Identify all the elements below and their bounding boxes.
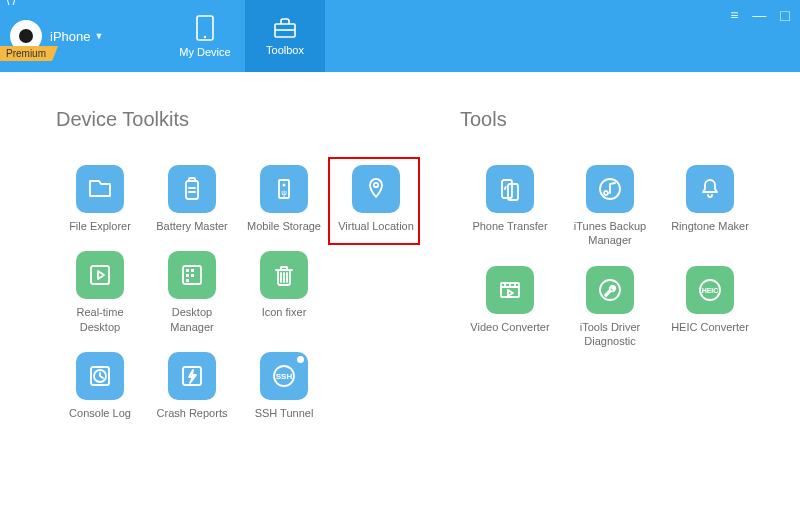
tablet-icon — [194, 14, 216, 42]
bell-icon — [686, 165, 734, 213]
location-pin-icon — [352, 165, 400, 213]
main-content: Device Toolkits File ExplorerBattery Mas… — [0, 72, 800, 420]
tile-label: Virtual Location — [338, 219, 414, 233]
toolkits-grid: File ExplorerBattery MasterψMobile Stora… — [56, 165, 452, 420]
tile-ssh-tunnel[interactable]: SSHSSH Tunnel — [240, 352, 328, 420]
svg-point-11 — [374, 183, 378, 187]
tools-section: Tools Phone TransferiTunes Backup Manage… — [452, 108, 760, 420]
lightning-icon — [168, 352, 216, 400]
device-name: iPhone — [50, 29, 90, 44]
svg-rect-27 — [502, 180, 512, 198]
tile-phone-transfer[interactable]: Phone Transfer — [460, 165, 560, 248]
close-icon[interactable]: □ — [780, 8, 790, 24]
grid-icon — [168, 251, 216, 299]
folder-icon — [76, 165, 124, 213]
device-selector[interactable]: iPhone ▼ — [50, 29, 103, 44]
play-icon — [76, 251, 124, 299]
clock-icon — [76, 352, 124, 400]
tile-crash-reports[interactable]: Crash Reports — [148, 352, 236, 420]
menu-icon[interactable]: ≡ — [730, 8, 738, 24]
usb-icon: ψ — [260, 165, 308, 213]
svg-rect-17 — [191, 274, 194, 277]
tile-label: Console Log — [69, 406, 131, 420]
tile-label: iTools Driver Diagnostic — [562, 320, 658, 349]
tile-file-explorer[interactable]: File Explorer — [56, 165, 144, 233]
svg-rect-18 — [186, 279, 189, 282]
caret-down-icon: ▼ — [94, 31, 103, 41]
tile-battery-master[interactable]: Battery Master — [148, 165, 236, 233]
music-note-icon — [586, 165, 634, 213]
app-header: \ / iPhone ▼ Premium My Device Toolbox ≡… — [0, 0, 800, 72]
tile-label: Real-time Desktop — [58, 305, 142, 334]
tile-label: Video Converter — [470, 320, 549, 334]
tile-itunes-backup[interactable]: iTunes Backup Manager — [560, 165, 660, 248]
tile-label: Desktop Manager — [150, 305, 234, 334]
phone-sync-icon — [486, 165, 534, 213]
svg-point-1 — [204, 36, 206, 38]
tile-label: Phone Transfer — [472, 219, 547, 233]
tile-label: Mobile Storage — [247, 219, 321, 233]
svg-text:HEIC: HEIC — [702, 287, 719, 294]
tab-toolbox[interactable]: Toolbox — [245, 0, 325, 72]
tile-label: Crash Reports — [157, 406, 228, 420]
svg-rect-5 — [189, 178, 195, 181]
svg-rect-4 — [186, 181, 198, 199]
logo-area: \ / iPhone ▼ Premium — [0, 0, 165, 72]
minimize-icon[interactable]: — — [752, 8, 766, 24]
toolbox-icon — [272, 16, 298, 40]
tile-label: Icon fixer — [262, 305, 307, 319]
ssh-icon: SSH — [260, 352, 308, 400]
premium-badge: Premium — [0, 46, 58, 61]
trash-icon — [260, 251, 308, 299]
tile-heic-converter[interactable]: HEICHEIC Converter — [660, 266, 760, 349]
tile-desktop-manager[interactable]: Desktop Manager — [148, 251, 236, 334]
svg-rect-24 — [183, 367, 201, 385]
tile-icon-fixer[interactable]: Icon fixer — [240, 251, 328, 334]
tile-label: iTunes Backup Manager — [562, 219, 658, 248]
battery-icon — [168, 165, 216, 213]
tab-label: My Device — [179, 46, 230, 58]
heic-icon: HEIC — [686, 266, 734, 314]
tile-video-converter[interactable]: Video Converter — [460, 266, 560, 349]
tab-label: Toolbox — [266, 44, 304, 56]
tile-label: HEIC Converter — [671, 320, 749, 334]
svg-text:ψ: ψ — [281, 188, 287, 197]
window-controls: ≡ — □ — [730, 8, 790, 24]
tile-label: Battery Master — [156, 219, 228, 233]
wrench-icon — [586, 266, 634, 314]
tile-mobile-storage[interactable]: ψMobile Storage — [240, 165, 328, 233]
tile-ringtone-maker[interactable]: Ringtone Maker — [660, 165, 760, 248]
svg-text:SSH: SSH — [276, 372, 293, 381]
svg-rect-16 — [186, 274, 189, 277]
tab-my-device[interactable]: My Device — [165, 0, 245, 72]
device-toolkits-section: Device Toolkits File ExplorerBattery Mas… — [56, 108, 452, 420]
film-icon — [486, 266, 534, 314]
logo-ears-decoration: \ / — [6, 0, 16, 8]
svg-rect-14 — [186, 269, 189, 272]
tile-virtual-location[interactable]: Virtual Location — [332, 165, 420, 233]
svg-rect-15 — [191, 269, 194, 272]
tile-console-log[interactable]: Console Log — [56, 352, 144, 420]
svg-point-9 — [283, 184, 284, 185]
tile-realtime-desktop[interactable]: Real-time Desktop — [56, 251, 144, 334]
tile-label: SSH Tunnel — [255, 406, 314, 420]
section-title-toolkits: Device Toolkits — [56, 108, 452, 131]
tile-label: File Explorer — [69, 219, 131, 233]
tile-itools-driver[interactable]: iTools Driver Diagnostic — [560, 266, 660, 349]
section-title-tools: Tools — [460, 108, 760, 131]
tile-label: Ringtone Maker — [671, 219, 749, 233]
tools-grid: Phone TransferiTunes Backup ManagerRingt… — [460, 165, 760, 348]
svg-rect-12 — [91, 266, 109, 284]
status-dot — [297, 356, 304, 363]
